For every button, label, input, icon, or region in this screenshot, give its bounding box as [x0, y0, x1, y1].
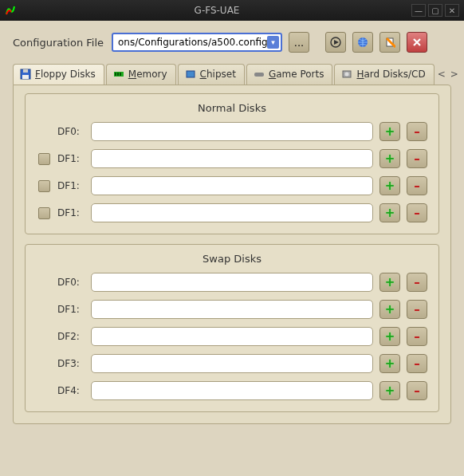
disk-row: DF1: + –: [37, 176, 427, 195]
enable-df1-checkbox[interactable]: [38, 153, 50, 165]
svg-rect-5: [23, 69, 28, 73]
svg-rect-11: [187, 71, 195, 77]
remove-disk-button[interactable]: –: [407, 354, 427, 373]
config-combo[interactable]: ▾: [112, 33, 282, 52]
disk-label: DF1:: [57, 153, 85, 164]
close-window-button[interactable]: ✕: [445, 4, 459, 17]
add-disk-button[interactable]: +: [379, 354, 400, 373]
tabstrip: Floppy Disks Memory Chipset Game Ports H…: [13, 64, 451, 85]
normal-disks-title: Normal Disks: [37, 102, 427, 114]
disk-input-df1[interactable]: [91, 149, 373, 168]
disk-input-df1c[interactable]: [91, 203, 373, 222]
config-label: Configuration File: [13, 37, 105, 49]
disk-row: DF0: + –: [37, 273, 427, 292]
svg-point-14: [345, 73, 349, 77]
disk-row: DF4: + –: [37, 381, 427, 400]
gamepad-icon: [254, 69, 265, 80]
svg-rect-6: [22, 75, 29, 79]
tab-chipset[interactable]: Chipset: [178, 64, 245, 85]
floppy-panel: Normal Disks DF0: + – DF1: + – DF1: +: [13, 85, 451, 424]
titlebar: G-FS-UAE — ▢ ✕: [0, 0, 464, 21]
disk-label: DF2:: [57, 331, 85, 342]
disk-label: DF1:: [57, 304, 85, 315]
disk-label: DF0:: [57, 126, 85, 137]
swap-input-df0[interactable]: [91, 273, 373, 292]
swap-input-df4[interactable]: [91, 381, 373, 400]
disk-row: DF0: + –: [37, 122, 427, 141]
disk-row: DF1: + –: [37, 300, 427, 319]
remove-disk-button[interactable]: –: [407, 203, 427, 222]
memory-icon: [113, 69, 124, 80]
disk-label: DF1:: [57, 180, 85, 191]
tab-game-ports[interactable]: Game Ports: [246, 64, 333, 85]
add-disk-button[interactable]: +: [379, 327, 400, 346]
enable-df1-checkbox[interactable]: [38, 207, 50, 219]
hdd-icon: [341, 69, 352, 80]
disk-input-df0[interactable]: [91, 122, 373, 141]
edit-button[interactable]: [379, 32, 400, 53]
maximize-button[interactable]: ▢: [428, 4, 442, 17]
remove-disk-button[interactable]: –: [407, 149, 427, 168]
config-input[interactable]: [118, 37, 267, 48]
add-disk-button[interactable]: +: [379, 176, 400, 195]
add-disk-button[interactable]: +: [379, 203, 400, 222]
normal-disks-section: Normal Disks DF0: + – DF1: + – DF1: +: [25, 93, 439, 234]
swap-input-df1[interactable]: [91, 300, 373, 319]
play-button[interactable]: [325, 32, 346, 53]
tab-memory[interactable]: Memory: [106, 64, 176, 85]
remove-disk-button[interactable]: –: [407, 273, 427, 292]
config-row: Configuration File ▾ ...: [13, 32, 451, 53]
disk-row: DF3: + –: [37, 354, 427, 373]
swap-disks-title: Swap Disks: [37, 253, 427, 265]
disk-row: DF1: + –: [37, 203, 427, 222]
svg-rect-10: [120, 73, 121, 76]
disk-input-df1b[interactable]: [91, 176, 373, 195]
svg-rect-9: [117, 73, 119, 76]
disk-row: DF1: + –: [37, 149, 427, 168]
swap-disks-section: Swap Disks DF0: + – DF1: + – DF2: + –: [25, 244, 439, 412]
add-disk-button[interactable]: +: [379, 381, 400, 400]
svg-rect-8: [115, 73, 116, 76]
app-icon: [5, 5, 16, 16]
swap-input-df3[interactable]: [91, 354, 373, 373]
remove-disk-button[interactable]: –: [407, 381, 427, 400]
disk-label: DF0:: [57, 277, 85, 288]
floppy-icon: [20, 69, 31, 80]
remove-disk-button[interactable]: –: [407, 300, 427, 319]
swap-input-df2[interactable]: [91, 327, 373, 346]
chevron-down-icon[interactable]: ▾: [267, 36, 279, 49]
disk-label: DF1:: [57, 207, 85, 218]
close-button[interactable]: [407, 32, 427, 53]
disk-row: DF2: + –: [37, 327, 427, 346]
tab-floppy-disks[interactable]: Floppy Disks: [13, 64, 104, 85]
browse-button[interactable]: ...: [289, 32, 309, 53]
add-disk-button[interactable]: +: [379, 300, 400, 319]
remove-disk-button[interactable]: –: [407, 122, 427, 141]
minimize-button[interactable]: —: [411, 4, 426, 17]
svg-rect-12: [254, 73, 264, 77]
tab-hard-disks[interactable]: Hard Disks/CD: [334, 64, 434, 85]
svg-marker-1: [334, 40, 339, 45]
disk-label: DF4:: [57, 385, 85, 396]
remove-disk-button[interactable]: –: [407, 327, 427, 346]
globe-button[interactable]: [352, 32, 373, 53]
add-disk-button[interactable]: +: [379, 122, 400, 141]
chipset-icon: [185, 69, 196, 80]
app-body: Configuration File ▾ ... Floppy Disks Me…: [0, 21, 464, 476]
remove-disk-button[interactable]: –: [407, 176, 427, 195]
add-disk-button[interactable]: +: [379, 273, 400, 292]
disk-label: DF3:: [57, 358, 85, 369]
tabs-left-button[interactable]: <: [436, 65, 447, 83]
tabs-right-button[interactable]: >: [449, 65, 460, 83]
add-disk-button[interactable]: +: [379, 149, 400, 168]
window-title: G-FS-UAE: [22, 5, 411, 16]
enable-df1-checkbox[interactable]: [38, 180, 50, 192]
